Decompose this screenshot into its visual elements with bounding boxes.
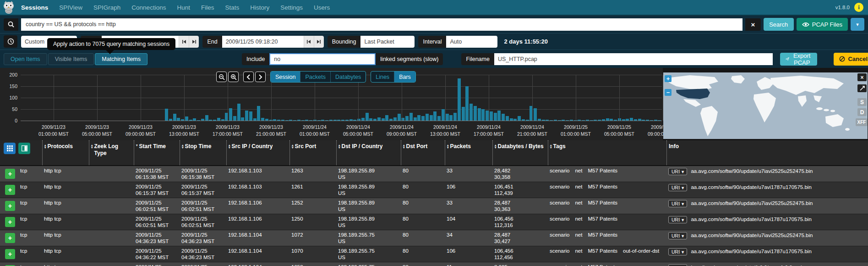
step-back-icon[interactable] xyxy=(304,36,314,48)
column-header-dst-ip-country[interactable]: ▴▾Dst IP / Country xyxy=(336,140,401,165)
actions-dropdown-button[interactable]: ▾ xyxy=(851,18,864,31)
tag: net xyxy=(575,200,582,206)
step-back-icon[interactable] xyxy=(179,36,189,48)
column-header-protocols[interactable]: ▴▾Protocols xyxy=(42,140,89,165)
info-uri: aa.avg.com/softw/90/update/u7iavi2525u25… xyxy=(691,200,813,206)
tag: scenario xyxy=(550,216,569,222)
sort-icon[interactable]: ▴▾ xyxy=(292,144,294,162)
column-header-src-ip-country[interactable]: ▴▾Src IP / Country xyxy=(226,140,289,165)
ip-protocol-cell: tcp xyxy=(18,182,42,198)
nav-item-spiview[interactable]: SPIView xyxy=(59,4,82,11)
chart-toggle-databytes[interactable]: Databytes xyxy=(331,72,366,82)
export-tab-matching-items[interactable]: Matching Items xyxy=(95,53,147,65)
clock-icon[interactable] xyxy=(4,35,17,48)
table-row[interactable]: +tcphttp tcp2009/11/2506:15:37 MST2009/1… xyxy=(0,182,868,198)
dst-ip-cell: 198.189.255.89US xyxy=(336,182,401,198)
column-header-packets[interactable]: ▴▾Packets xyxy=(445,140,492,165)
search-button[interactable]: Search xyxy=(764,18,794,31)
expand-session-button[interactable]: + xyxy=(5,249,15,259)
sort-desc-icon[interactable]: ▾ xyxy=(136,144,138,162)
nav-item-sessions[interactable]: Sessions xyxy=(21,4,48,11)
nav-item-stats[interactable]: Stats xyxy=(225,4,239,11)
toggle-view-grid-icon[interactable] xyxy=(4,143,16,154)
table-row[interactable]: +tcphttp tcp2009/11/2506:02:51 MST2009/1… xyxy=(0,214,868,230)
step-forward-icon[interactable] xyxy=(314,36,324,48)
sort-icon[interactable]: ▴▾ xyxy=(338,144,340,162)
map-zoom-out-button[interactable]: − xyxy=(665,89,671,96)
table-row[interactable]: +tcphttp tcp2009/11/252009/11/25192.168.… xyxy=(0,262,868,266)
table-row[interactable]: +tcphttp tcp2009/11/2504:36:23 MST2009/1… xyxy=(0,230,868,246)
sort-icon[interactable]: ▴▾ xyxy=(91,144,93,162)
sort-icon[interactable]: ▴▾ xyxy=(182,144,184,162)
nav-item-files[interactable]: Files xyxy=(201,4,214,11)
end-time-input[interactable] xyxy=(222,36,304,48)
sort-icon[interactable]: ▴▾ xyxy=(495,144,497,162)
nav-item-spigraph[interactable]: SPIGraph xyxy=(93,4,120,11)
zoom-in-icon[interactable] xyxy=(228,72,239,82)
map-close-icon[interactable]: × xyxy=(857,73,867,81)
search-input[interactable] xyxy=(21,18,742,31)
sort-icon[interactable]: ▴▾ xyxy=(229,144,230,162)
pan-right-icon[interactable] xyxy=(255,72,266,82)
pan-left-icon[interactable] xyxy=(243,72,254,82)
expand-session-button[interactable]: + xyxy=(5,169,15,179)
uri-dropdown-button[interactable]: URI▾ xyxy=(668,264,687,266)
uri-dropdown-button[interactable]: URI▾ xyxy=(668,216,687,223)
table-row[interactable]: +tcphttp tcp2009/11/2506:15:38 MST2009/1… xyxy=(0,166,868,182)
search-icon[interactable] xyxy=(4,18,18,31)
step-forward-icon[interactable] xyxy=(189,36,199,48)
interval-select[interactable]: Auto xyxy=(446,36,497,48)
sort-icon[interactable]: ▴▾ xyxy=(447,144,449,162)
expand-session-button[interactable]: + xyxy=(5,217,15,227)
sort-icon[interactable]: ▴▾ xyxy=(44,144,46,162)
packets-cell: 33 xyxy=(445,198,492,214)
zoom-out-icon[interactable] xyxy=(216,72,227,82)
column-header-src-port[interactable]: ▴▾Src Port xyxy=(289,140,336,165)
expand-session-button[interactable]: + xyxy=(5,233,15,243)
clear-search-button[interactable]: × xyxy=(745,18,761,31)
databytes: 28,487 xyxy=(494,200,546,206)
uri-dropdown-button[interactable]: URI▾ xyxy=(668,232,687,239)
map-xff-toggle[interactable]: XFF xyxy=(856,118,868,126)
uri-dropdown-button[interactable]: URI▾ xyxy=(668,248,687,255)
table-row[interactable]: +tcphttp tcp2009/11/2506:02:51 MST2009/1… xyxy=(0,198,868,214)
column-header-dst-port[interactable]: ▴▾Dst Port xyxy=(401,140,445,165)
protocols-cell: http tcp xyxy=(42,246,89,262)
map-src-toggle[interactable]: S xyxy=(857,98,867,106)
sort-icon[interactable]: ▴▾ xyxy=(550,144,552,162)
info-icon[interactable]: i xyxy=(854,3,863,12)
chart-toggle-session[interactable]: Session xyxy=(271,72,300,82)
include-segments-input[interactable] xyxy=(269,53,376,65)
export-tab-visible-items[interactable]: Visible Items xyxy=(48,53,94,65)
cancel-button[interactable]: Cancel xyxy=(834,53,868,66)
table-row[interactable]: +tcphttp tcp2009/11/2504:36:22 MST2009/1… xyxy=(0,246,868,262)
nav-item-connections[interactable]: Connections xyxy=(131,4,166,11)
uri-dropdown-button[interactable]: URI▾ xyxy=(668,184,687,191)
nav-item-history[interactable]: History xyxy=(250,4,269,11)
chart-toggle-bars[interactable]: Bars xyxy=(394,72,415,82)
sort-icon[interactable]: ▴▾ xyxy=(403,144,405,162)
column-config-icon[interactable] xyxy=(18,143,30,154)
chart-toggle-packets[interactable]: Packets xyxy=(300,72,330,82)
nav-item-settings[interactable]: Settings xyxy=(280,4,303,11)
uri-dropdown-button[interactable]: URI▾ xyxy=(668,200,687,207)
filename-input[interactable] xyxy=(494,53,773,65)
export-pcap-button[interactable]: Export PCAP xyxy=(780,53,818,66)
expand-session-button[interactable]: + xyxy=(5,201,15,211)
column-header-tags[interactable]: ▴▾Tags xyxy=(548,140,666,165)
column-header-stop-time[interactable]: ▴▾Stop Time xyxy=(180,140,226,165)
column-header-start-time[interactable]: ▾Start Time xyxy=(134,140,180,165)
map-expand-icon[interactable] xyxy=(857,84,867,92)
pcap-files-button[interactable]: PCAP Files xyxy=(797,18,848,31)
column-header-zeek-log-type[interactable]: ▴▾Zeek Log Type xyxy=(89,140,134,165)
nav-item-users[interactable]: Users xyxy=(314,4,330,11)
export-tab-open-items[interactable]: Open Items xyxy=(4,53,47,65)
chart-toggle-lines[interactable]: Lines xyxy=(371,72,394,82)
nav-item-hunt[interactable]: Hunt xyxy=(177,4,190,11)
column-header-databytes-bytes[interactable]: ▴▾Databytes / Bytes xyxy=(492,140,548,165)
expand-session-button[interactable]: + xyxy=(5,185,15,195)
uri-dropdown-button[interactable]: URI▾ xyxy=(668,168,687,175)
map-dst-toggle[interactable]: D xyxy=(857,108,867,116)
map-zoom-in-button[interactable]: + xyxy=(665,75,671,82)
bounding-select[interactable]: Last Packet xyxy=(360,36,415,48)
